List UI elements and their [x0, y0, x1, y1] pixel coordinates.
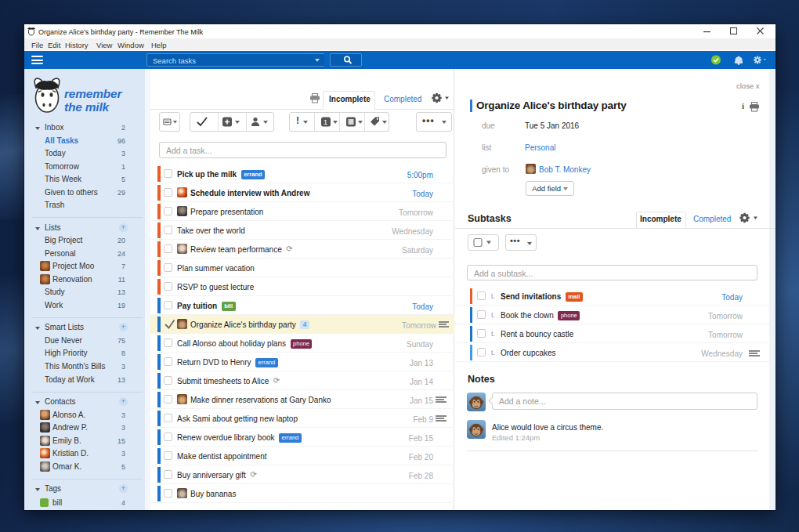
svg-text:1: 1 [324, 118, 327, 126]
